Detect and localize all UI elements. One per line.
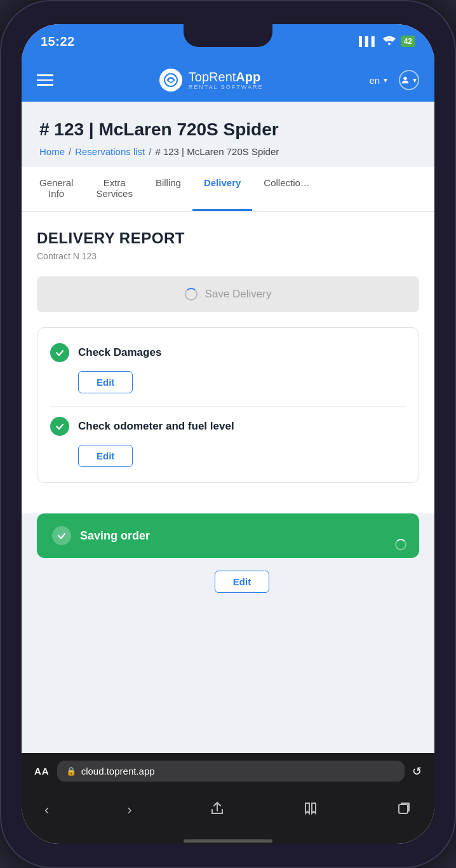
tabs-button[interactable]: [386, 796, 422, 825]
breadcrumb-sep-1: /: [69, 146, 71, 157]
browser-url: cloud.toprent.app: [81, 766, 155, 776]
svg-rect-3: [399, 804, 408, 813]
check-damages-status-icon: [50, 343, 69, 362]
tabs-bar: GeneralInfo ExtraServices Billing Delive…: [22, 167, 434, 212]
phone-screen: 15:22 ▌▌▌ 42: [22, 24, 434, 844]
delivery-report-title: DELIVERY REPORT: [37, 229, 419, 247]
breadcrumb-sep-2: /: [149, 146, 151, 157]
user-menu-button[interactable]: ▼: [399, 70, 419, 90]
breadcrumb-current: # 123 | McLaren 720S Spider: [155, 146, 279, 157]
logo-text: TopRentApp RENTAL SOFTWARE: [189, 70, 264, 90]
chevron-down-icon: ▼: [382, 77, 389, 84]
contract-subtitle: Contract N 123: [37, 251, 419, 261]
browser-aa-button[interactable]: AA: [34, 766, 50, 776]
breadcrumb-reservations-link[interactable]: Reservations list: [75, 146, 145, 157]
saving-spinner: [395, 539, 406, 550]
check-item-odometer: Check odometer and fuel level Edit: [50, 417, 406, 467]
status-icons: ▌▌▌ 42: [359, 36, 415, 47]
check-damages-label: Check Damages: [78, 346, 161, 359]
check-damages-header: Check Damages: [50, 343, 406, 362]
logo-name: TopRentApp: [189, 70, 264, 84]
page-content: # 123 | McLaren 720S Spider Home / Reser…: [22, 102, 434, 753]
saving-order-text: Saving order: [80, 529, 150, 543]
page-title: # 123 | McLaren 720S Spider: [39, 119, 417, 140]
logo-icon: [159, 69, 182, 92]
check-extra-edit-button[interactable]: Edit: [215, 571, 269, 593]
status-time: 15:22: [41, 34, 75, 49]
svg-point-2: [403, 77, 406, 80]
tab-extra-services[interactable]: ExtraServices: [84, 167, 144, 211]
loading-spinner: [185, 288, 198, 301]
tab-delivery[interactable]: Delivery: [192, 167, 252, 211]
app-header: TopRentApp RENTAL SOFTWARE en ▼ ▼: [22, 58, 434, 102]
nav-bar: ‹ ›: [22, 789, 434, 840]
bookmarks-button[interactable]: [293, 796, 328, 825]
wifi-icon: [383, 36, 396, 47]
hamburger-menu-button[interactable]: [37, 74, 53, 86]
battery-indicator: 42: [401, 36, 415, 47]
home-indicator-area: [22, 840, 434, 844]
signal-icon: ▌▌▌: [359, 36, 378, 46]
browser-bar: AA 🔒 cloud.toprent.app ↺: [22, 753, 434, 789]
check-odometer-edit-button[interactable]: Edit: [78, 445, 133, 467]
saving-check-icon: [52, 526, 71, 545]
svg-point-1: [164, 74, 177, 86]
forward-button[interactable]: ›: [117, 797, 142, 824]
header-right-controls: en ▼ ▼: [369, 70, 419, 90]
lock-icon: 🔒: [66, 766, 76, 776]
breadcrumb-home-link[interactable]: Home: [39, 146, 65, 157]
check-divider: [50, 406, 406, 407]
check-odometer-header: Check odometer and fuel level: [50, 417, 406, 436]
reload-button[interactable]: ↺: [412, 764, 422, 778]
check-odometer-status-icon: [50, 417, 69, 436]
save-delivery-button[interactable]: Save Delivery: [37, 276, 419, 312]
language-selector[interactable]: en ▼: [369, 75, 389, 86]
check-odometer-label: Check odometer and fuel level: [78, 420, 234, 433]
check-items-card: Check Damages Edit: [37, 327, 419, 483]
check-damages-edit-button[interactable]: Edit: [78, 371, 133, 393]
browser-url-box[interactable]: 🔒 cloud.toprent.app: [57, 761, 405, 782]
extra-edit-area: Edit: [22, 571, 434, 606]
check-item-damages: Check Damages Edit: [50, 343, 406, 393]
tab-billing[interactable]: Billing: [144, 167, 192, 211]
logo-tagline: RENTAL SOFTWARE: [189, 84, 264, 90]
main-body: DELIVERY REPORT Contract N 123 Save Deli…: [22, 212, 434, 513]
tab-collection[interactable]: Collectio…: [252, 167, 321, 211]
tab-general-info[interactable]: GeneralInfo: [28, 167, 84, 211]
save-delivery-label: Save Delivery: [205, 288, 272, 301]
logo: TopRentApp RENTAL SOFTWARE: [159, 69, 264, 92]
share-button[interactable]: [199, 796, 235, 825]
title-area: # 123 | McLaren 720S Spider Home / Reser…: [22, 102, 434, 167]
back-button[interactable]: ‹: [34, 797, 59, 824]
phone-frame: 15:22 ▌▌▌ 42: [0, 0, 456, 868]
home-bar: [184, 839, 272, 843]
svg-point-0: [388, 43, 391, 45]
saving-order-bar: Saving order: [37, 513, 419, 558]
notch: [184, 24, 272, 47]
breadcrumb: Home / Reservations list / # 123 | McLar…: [39, 146, 417, 157]
